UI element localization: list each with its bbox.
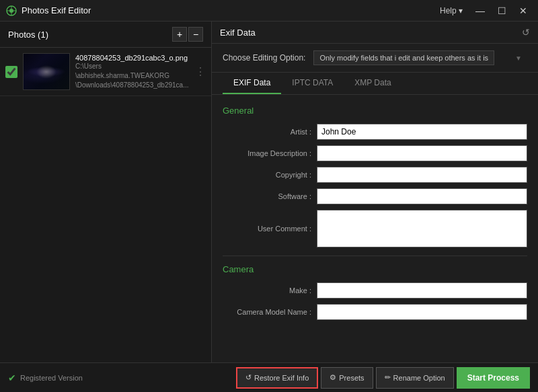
image-description-row: Image Description : — [223, 145, 527, 161]
make-label: Make : — [223, 286, 317, 295]
photo-checkbox[interactable] — [5, 66, 17, 78]
form-content: General Artist : Image Description : Cop… — [212, 95, 538, 362]
rename-icon: ✏ — [385, 373, 391, 382]
user-comment-label: User Comment : — [223, 225, 317, 233]
maximize-button[interactable]: ☐ — [492, 3, 511, 19]
software-label: Software : — [223, 192, 317, 200]
registered-icon: ✔ — [8, 373, 16, 383]
tab-exif-data[interactable]: EXIF Data — [223, 73, 281, 94]
camera-model-label: Camera Model Name : — [223, 308, 317, 316]
software-row: Software : — [223, 188, 527, 204]
exif-header: Exif Data ↺ — [212, 22, 538, 44]
editing-option-label: Choose Editing Option: — [223, 53, 305, 63]
camera-model-input[interactable] — [317, 304, 527, 320]
registered-label: Registered Version — [20, 374, 83, 382]
section-divider — [223, 256, 527, 256]
user-comment-row: User Comment : — [223, 210, 527, 247]
artist-label: Artist : — [223, 128, 317, 136]
close-button[interactable]: ✕ — [514, 3, 533, 19]
artist-input[interactable] — [317, 124, 527, 140]
artist-row: Artist : — [223, 124, 527, 140]
photo-thumbnail — [23, 53, 70, 90]
svg-point-2 — [9, 9, 13, 13]
restore-exif-button[interactable]: ↺ Restore Exif Info — [236, 367, 318, 389]
make-input[interactable] — [317, 282, 527, 299]
bottom-actions: ↺ Restore Exif Info ⚙ Presets ✏ Rename O… — [236, 367, 530, 389]
select-arrow-icon: ▼ — [515, 54, 522, 62]
photo-item[interactable]: 40878804253_db291cabc3_o.png C:\Users \a… — [0, 48, 211, 96]
editing-option-wrapper: Only modify fields that i edit and keep … — [313, 50, 527, 65]
photos-buttons: + − — [172, 27, 203, 42]
image-description-label: Image Description : — [223, 149, 317, 157]
galaxy-preview — [24, 54, 69, 89]
photos-header: Photos (1) + − — [0, 22, 211, 48]
software-input[interactable] — [317, 188, 527, 204]
title-bar: Photos Exif Editor Help ▾ — ☐ ✕ — [0, 0, 538, 22]
left-panel: Photos (1) + − 40878804253_db291cabc3_o.… — [0, 22, 212, 362]
title-bar-left: Photos Exif Editor — [5, 5, 91, 17]
help-button[interactable]: Help ▾ — [434, 5, 468, 17]
refresh-button[interactable]: ↺ — [522, 27, 530, 38]
rename-option-button[interactable]: ✏ Rename Option — [376, 367, 454, 389]
copyright-row: Copyright : — [223, 167, 527, 183]
photo-path: C:\Users \abhishek.sharma.TWEAKORG \Down… — [75, 62, 190, 90]
editing-option-bar: Choose Editing Option: Only modify field… — [212, 44, 538, 73]
general-section-title: General — [223, 106, 527, 116]
restore-label: Restore Exif Info — [254, 374, 309, 382]
registered-version: ✔ Registered Version — [8, 373, 83, 383]
rename-label: Rename Option — [393, 374, 445, 382]
copyright-input[interactable] — [317, 167, 527, 183]
app-title: Photos Exif Editor — [22, 5, 91, 15]
exif-title: Exif Data — [220, 28, 256, 38]
editing-option-select[interactable]: Only modify fields that i edit and keep … — [313, 50, 494, 65]
camera-section-title: Camera — [223, 264, 527, 274]
tabs-bar: EXIF Data IPTC DATA XMP Data — [212, 73, 538, 95]
presets-icon: ⚙ — [330, 373, 336, 382]
add-photo-button[interactable]: + — [172, 27, 187, 42]
app-icon — [5, 5, 17, 17]
presets-label: Presets — [339, 374, 364, 382]
tab-xmp-data[interactable]: XMP Data — [344, 73, 401, 94]
camera-model-row: Camera Model Name : — [223, 304, 527, 320]
presets-button[interactable]: ⚙ Presets — [321, 367, 373, 389]
title-bar-controls: Help ▾ — ☐ ✕ — [434, 3, 533, 19]
image-description-input[interactable] — [317, 145, 527, 161]
photos-title: Photos (1) — [8, 30, 48, 40]
tab-iptc-data[interactable]: IPTC DATA — [281, 73, 344, 94]
remove-photo-button[interactable]: − — [188, 27, 203, 42]
start-process-button[interactable]: Start Process — [457, 367, 530, 389]
drag-handle[interactable]: ⋮ — [195, 65, 206, 78]
main-layout: Photos (1) + − 40878804253_db291cabc3_o.… — [0, 22, 538, 362]
user-comment-textarea[interactable] — [317, 210, 527, 247]
right-panel: Exif Data ↺ Choose Editing Option: Only … — [212, 22, 538, 362]
restore-icon: ↺ — [245, 373, 252, 382]
make-row: Make : — [223, 282, 527, 299]
photo-info: 40878804253_db291cabc3_o.png C:\Users \a… — [75, 54, 190, 90]
start-label: Start Process — [467, 373, 519, 383]
photo-name: 40878804253_db291cabc3_o.png — [75, 54, 190, 62]
minimize-button[interactable]: — — [471, 3, 490, 19]
bottom-bar: ✔ Registered Version ↺ Restore Exif Info… — [0, 362, 538, 392]
copyright-label: Copyright : — [223, 171, 317, 179]
